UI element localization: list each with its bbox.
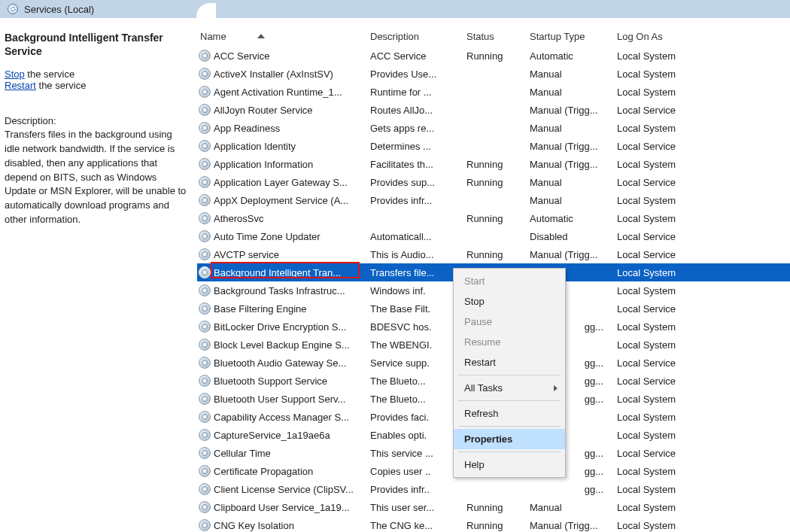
column-header-startup[interactable]: Startup Type [530,31,617,42]
service-description: Runtime for ... [370,87,466,98]
service-logon-as: Local System [617,339,752,351]
service-logon-as: Local System [617,285,752,296]
menu-separator [458,400,561,401]
gear-icon [199,266,211,278]
service-row[interactable]: Application InformationFacilitates th...… [197,155,790,173]
column-header-name[interactable]: Name [197,31,370,42]
gear-icon [199,50,211,62]
gear-icon [199,447,211,459]
service-name: AVCTP service [214,249,279,260]
column-header-row[interactable]: Name Description Status Startup Type Log… [197,26,790,47]
context-menu: Start Stop Pause Resume Restart All Task… [453,268,566,478]
window-header: Services (Local) [0,0,790,18]
service-row[interactable]: AppX Deployment Service (A...Provides in… [197,191,790,209]
service-logon-as: Local System [617,394,752,405]
service-name: Clipboard User Service_1a19... [214,502,350,513]
service-description: Provides faci. [370,412,466,423]
selected-service-title: Background Intelligent Transfer Service [5,32,188,58]
tab-curve [0,18,790,26]
service-name: Background Intelligent Tran... [214,267,341,278]
menu-properties[interactable]: Properties [454,429,565,449]
service-logon-as: Local System [617,195,752,206]
service-logon-as: Local System [617,520,752,531]
gear-icon [199,339,211,351]
menu-stop[interactable]: Stop [454,291,565,312]
service-row[interactable]: AVCTP serviceThis is Audio...RunningManu… [197,245,790,263]
gear-icon [199,321,211,333]
column-header-logon[interactable]: Log On As [617,31,752,42]
service-startup-type: Automatic [530,50,617,62]
service-row[interactable]: Application Layer Gateway S...Provides s… [197,173,790,191]
service-logon-as: Local System [617,213,752,224]
service-status: Running [466,159,530,170]
service-name: ActiveX Installer (AxInstSV) [214,68,333,80]
service-name: ACC Service [214,50,269,62]
service-startup-type: Manual [530,123,617,134]
service-status: Running [466,249,530,260]
service-description: Enables opti. [370,430,466,441]
service-row[interactable]: Client License Service (ClipSV...Provide… [197,480,790,498]
menu-restart[interactable]: Restart [454,352,565,372]
restart-link[interactable]: Restart [5,80,36,91]
services-list[interactable]: Name Description Status Startup Type Log… [197,26,790,532]
service-row[interactable]: Agent Activation Runtime_1...Runtime for… [197,83,790,101]
column-header-status[interactable]: Status [466,31,530,42]
gear-icon [199,176,211,188]
menu-help[interactable]: Help [454,454,565,475]
service-logon-as: Local Service [617,231,752,242]
service-row[interactable]: Auto Time Zone UpdaterAutomaticall...Dis… [197,227,790,245]
window-title: Services (Local) [24,4,94,15]
service-name: Background Tasks Infrastruc... [214,285,345,296]
service-description: Determines ... [370,141,466,152]
details-pane: Background Intelligent Transfer Service … [0,26,197,532]
service-logon-as: Local System [617,87,752,98]
service-logon-as: Local Service [617,375,752,387]
service-startup-type: Disabled [530,231,617,242]
service-name: Auto Time Zone Updater [214,231,321,242]
service-logon-as: Local Service [617,177,752,188]
gear-icon [199,357,211,369]
menu-start[interactable]: Start [454,271,565,291]
service-name: Client License Service (ClipSV... [214,484,354,495]
service-logon-as: Local Service [617,141,752,152]
service-startup-type: Manual [530,195,617,206]
service-name: Bluetooth User Support Serv... [214,394,345,405]
stop-link[interactable]: Stop [5,68,25,80]
service-logon-as: Local System [617,502,752,513]
description-text: Transfers files in the background using … [5,128,188,227]
service-description: BDESVC hos. [370,321,466,333]
service-row[interactable]: AllJoyn Router ServiceRoutes AllJo...Man… [197,101,790,119]
menu-pause[interactable]: Pause [454,312,565,332]
service-startup-type: Manual (Trigg... [530,520,617,531]
service-logon-as: Local System [617,267,752,278]
gear-icon [199,411,211,423]
service-row[interactable]: CNG Key IsolationThe CNG ke...RunningMan… [197,516,790,532]
service-row[interactable]: ActiveX Installer (AxInstSV)Provides Use… [197,65,790,83]
service-startup-type: Manual (Trigg... [530,249,617,260]
gear-icon [199,140,211,152]
service-logon-as: Local System [617,412,752,423]
menu-resume[interactable]: Resume [454,332,565,352]
menu-all-tasks[interactable]: All Tasks [454,378,565,398]
service-row[interactable]: Clipboard User Service_1a19...This user … [197,498,790,516]
service-startup-type: Manual [530,87,617,98]
service-description: Provides infr... [370,195,466,206]
service-logon-as: Local Service [617,303,752,315]
service-row[interactable]: AtherosSvcRunningAutomaticLocal System [197,209,790,227]
services-icon [8,4,18,14]
service-row[interactable]: App ReadinessGets apps re...ManualLocal … [197,119,790,137]
description-label: Description: [5,115,188,126]
service-startup-type: Manual [530,68,617,80]
menu-refresh[interactable]: Refresh [454,403,565,424]
service-description: Provides infr.. [370,484,466,495]
service-description: The WBENGI. [370,339,466,351]
service-description: Facilitates th... [370,159,466,170]
service-logon-as: Local Service [617,249,752,260]
service-row[interactable]: Application IdentityDetermines ...Manual… [197,137,790,155]
service-row[interactable]: ACC ServiceACC ServiceRunningAutomaticLo… [197,47,790,65]
menu-separator [458,375,561,375]
gear-icon [199,122,211,134]
column-header-description[interactable]: Description [370,31,466,42]
service-name: AtherosSvc [214,213,263,224]
service-logon-as: Local System [617,159,752,170]
